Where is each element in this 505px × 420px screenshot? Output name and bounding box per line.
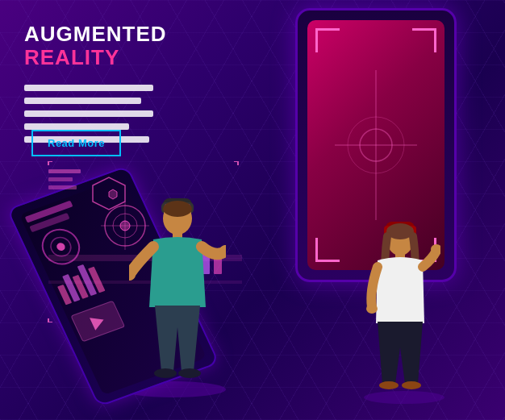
text-line-1: [24, 85, 153, 91]
title-line1: AUGMENTED: [24, 23, 167, 46]
man-figure-icon: [129, 194, 226, 388]
svg-point-38: [163, 201, 192, 217]
svg-rect-24: [48, 177, 73, 181]
text-line-2: [24, 98, 141, 104]
man-character: [129, 194, 226, 388]
read-more-button[interactable]: Read More: [31, 130, 121, 156]
svg-point-53: [379, 381, 399, 389]
svg-point-8: [56, 242, 67, 252]
woman-character: [360, 218, 440, 396]
svg-rect-23: [48, 169, 81, 173]
svg-point-42: [154, 368, 177, 378]
title-area: AUGMENTED REALITY: [24, 23, 167, 69]
svg-point-43: [178, 368, 201, 378]
svg-point-52: [366, 304, 378, 314]
text-line-3: [24, 110, 153, 117]
svg-point-54: [402, 381, 421, 389]
text-line-4: [24, 123, 129, 130]
woman-figure-icon: [360, 218, 440, 396]
scene-container: AUGMENTED REALITY Read More: [0, 0, 505, 420]
title-line2: REALITY: [24, 46, 167, 69]
